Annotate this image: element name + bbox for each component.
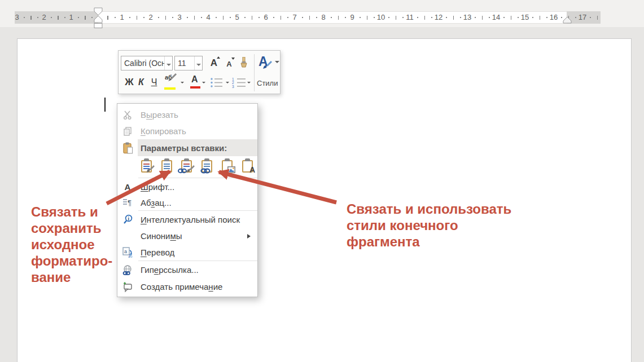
ruler-tick (24, 17, 25, 18)
paste-keep-text-only-icon[interactable]: A (240, 158, 255, 173)
ruler-tick (281, 16, 282, 20)
svg-text:a: a (124, 249, 127, 254)
right-indent-marker[interactable] (562, 16, 572, 24)
ruler-number: 1 (120, 13, 124, 22)
ruler-left-margin (15, 11, 98, 24)
highlight-button[interactable]: аб (164, 74, 178, 91)
ruler-tick (187, 17, 188, 18)
highlighter-pen-icon (167, 73, 177, 83)
copy-icon (122, 126, 133, 137)
annotation-line: форматиро- (31, 253, 112, 269)
paste-keep-source-formatting-icon[interactable] (139, 158, 154, 173)
format-painter-icon[interactable] (237, 55, 251, 71)
ruler-tick (546, 17, 547, 18)
ruler-number: 3 (15, 13, 19, 22)
font-size-value: 11 (178, 56, 186, 70)
italic-button[interactable]: К (135, 75, 147, 90)
ruler-number: 13 (463, 13, 471, 22)
underline-button[interactable]: Ч (148, 75, 160, 90)
paste-picture-icon[interactable] (220, 158, 235, 173)
ruler-number: 7 (292, 13, 296, 22)
highlight-color-bar (164, 87, 176, 90)
annotation-line: Связать и (31, 204, 112, 220)
new-comment-label: Создать примечание (141, 282, 222, 292)
menu-item-paragraph[interactable]: ¶ Абзац... (117, 195, 257, 210)
menu-item-paste-options-header: Параметры вставки: (117, 139, 257, 156)
ruler-tick (273, 17, 274, 18)
ruler-tick (107, 16, 108, 20)
bullet-list-icon (210, 77, 224, 88)
ruler-number: 5 (235, 13, 239, 22)
menu-item-copy: Копировать (117, 123, 257, 139)
svg-text:3: 3 (232, 85, 234, 89)
ruler-number: 6 (264, 13, 268, 22)
menu-item-font[interactable]: A Шрифт... (117, 179, 257, 195)
paragraph-label: Абзац... (141, 198, 172, 208)
bullets-button[interactable] (210, 77, 224, 90)
annotation-link-keep-source: Связать исохранитьисходноеформатиро-вани… (31, 204, 112, 285)
ruler-tick (417, 17, 418, 18)
horizontal-ruler[interactable]: 3211234567891011121314151617 (0, 0, 644, 32)
ruler-tick (503, 17, 505, 18)
ruler-number: 3 (177, 13, 181, 22)
menu-item-synonyms[interactable]: Синонимы (117, 228, 257, 244)
ruler-tick (475, 17, 476, 18)
ruler-tick (85, 16, 86, 20)
menu-item-hyperlink[interactable]: Гиперссылка... (117, 262, 257, 278)
ruler-number: 12 (435, 13, 443, 22)
bullets-dropdown[interactable] (226, 82, 229, 83)
ruler-number: 11 (406, 13, 414, 22)
first-line-indent-marker[interactable] (93, 7, 103, 29)
smart-lookup-icon: i (122, 214, 133, 226)
mini-formatting-toolbar: Calibri (Осн 11 A A A Стили Ж (118, 50, 281, 94)
bold-button[interactable]: Ж (123, 75, 135, 90)
copy-label: Копировать (141, 126, 186, 136)
document-page[interactable] (17, 38, 632, 362)
styles-brush-icon (262, 61, 273, 70)
font-name-dropdown[interactable] (164, 56, 172, 70)
numbering-button[interactable]: 1 2 3 (232, 77, 247, 90)
grow-font-button[interactable]: A (207, 56, 221, 70)
ruler-tick (540, 16, 541, 20)
font-color-button[interactable]: А (190, 74, 201, 90)
font-size-dropdown[interactable] (194, 56, 202, 70)
ruler-tick (302, 17, 303, 18)
ruler-number: 2 (148, 13, 152, 22)
ruler-tick (331, 17, 332, 18)
styles-button[interactable]: A Стили (256, 53, 279, 92)
font-label: Шрифт... (141, 182, 174, 192)
numbering-dropdown[interactable] (247, 82, 251, 83)
ruler-tick (30, 16, 32, 20)
hyperlink-label: Гиперссылка... (141, 265, 199, 275)
ruler-number: 16 (550, 13, 558, 22)
paste-link-keep-source-formatting-icon[interactable] (179, 158, 194, 173)
ruler-tick (223, 16, 224, 20)
font-name-combo[interactable]: Calibri (Осн (121, 56, 173, 70)
word-window: 3211234567891011121314151617 Calibri (Ос… (0, 0, 644, 362)
font-color-dropdown[interactable] (202, 82, 205, 83)
new-comment-icon (122, 281, 133, 293)
ruler-tick (201, 17, 202, 18)
paste-use-destination-styles-icon[interactable] (160, 158, 174, 173)
ruler-tick (446, 17, 447, 18)
menu-separator (138, 261, 257, 261)
ruler-tick (388, 17, 389, 18)
ruler-tick (230, 17, 231, 18)
font-name-value: Calibri (Осн (124, 56, 165, 70)
menu-item-translate[interactable]: a あ Перевод (117, 244, 257, 261)
ruler-tick (374, 17, 375, 18)
menu-item-smart-lookup[interactable]: i Интеллектуальный поиск (117, 211, 257, 228)
shrink-font-button[interactable]: A (222, 57, 236, 70)
ruler-tick (532, 17, 533, 18)
paste-link-use-destination-styles-icon[interactable] (200, 158, 214, 173)
ruler-tick (453, 16, 454, 20)
font-size-combo[interactable]: 11 (174, 56, 203, 70)
menu-item-new-comment[interactable]: Создать примечание (117, 278, 257, 295)
annotation-line: Связать и использовать (347, 201, 511, 217)
ruler-number: 10 (377, 13, 385, 22)
svg-text:i: i (128, 216, 129, 222)
ruler-tick (244, 17, 246, 18)
ruler-tick (137, 16, 138, 20)
highlight-dropdown[interactable] (181, 82, 184, 83)
paste-icon (122, 142, 133, 153)
